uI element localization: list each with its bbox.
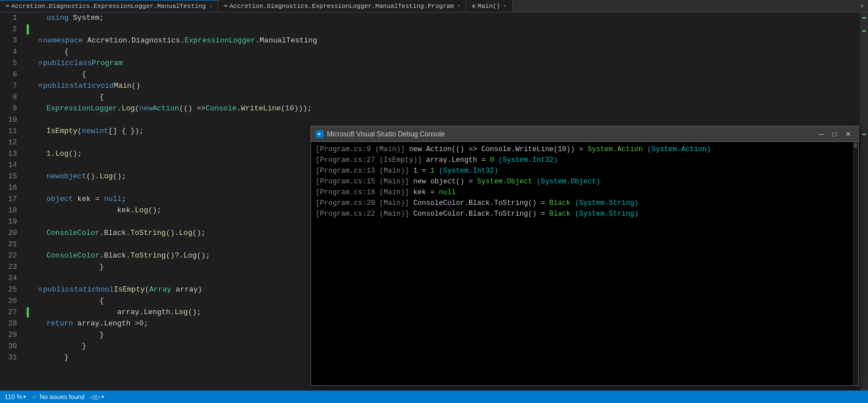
debug-console: ▶ Microsoft Visual Studio Debug Console … [310, 126, 859, 386]
title-bar-right: + [860, 2, 868, 11]
line-number: 21 [6, 239, 17, 250]
console-window-buttons: ─ □ ✕ [815, 130, 854, 138]
gutter-line [23, 307, 33, 318]
line-number: 23 [6, 261, 17, 273]
console-icon: ▶ [316, 130, 324, 138]
gutter-line [23, 352, 33, 363]
gutter-line [23, 250, 33, 261]
gutter-line [23, 35, 33, 46]
tab1-label: Accretion.Diagnostics.ExpressionLogger.M… [11, 3, 206, 10]
line-number: 25 [6, 284, 17, 295]
line-number: 28 [6, 318, 17, 329]
gutter-line [23, 318, 33, 329]
console-output: [Program.cs:9 (Main)] new Action(() => C… [311, 142, 853, 385]
gutter-line [23, 171, 33, 182]
title-bar: ⌨ Accretion.Diagnostics.ExpressionLogger… [0, 0, 868, 12]
tab-3[interactable]: ⊕ Main() ▾ [466, 0, 512, 12]
table-row [39, 114, 854, 126]
line-number: 18 [6, 205, 17, 216]
gutter-line [23, 148, 33, 160]
console-scrollbar[interactable] [853, 142, 858, 385]
list-item: [Program.cs:20 (Main)] ConsoleColor.Blac… [316, 198, 848, 209]
collapse-icon[interactable]: ⊟ [39, 35, 42, 46]
nav-prev-button[interactable]: ◁ [90, 393, 95, 401]
tab-2[interactable]: ⌨ Accretion.Diagnostics.ExpressionLogger… [218, 0, 466, 12]
line-number: 17 [6, 194, 17, 205]
gutter-line [23, 80, 33, 92]
line-number: 24 [6, 273, 17, 284]
gutter-line [23, 273, 33, 284]
tab2-dropdown[interactable]: ▾ [457, 3, 460, 8]
gutter-line [23, 194, 33, 205]
table-row [39, 24, 854, 35]
line-number: 19 [6, 216, 17, 228]
line-number: 14 [6, 160, 17, 171]
line-number: 22 [6, 250, 17, 261]
check-icon: ✓ [32, 393, 37, 401]
nav-dropdown-button[interactable]: ▾ [101, 394, 104, 400]
tab-1[interactable]: ⌨ Accretion.Diagnostics.ExpressionLogger… [0, 0, 218, 12]
gutter-line [23, 69, 33, 80]
gutter-line [23, 341, 33, 352]
console-title-bar: ▶ Microsoft Visual Studio Debug Console … [311, 126, 858, 142]
nav-next-button[interactable]: ▷ [96, 393, 100, 401]
collapse-icon[interactable]: ⊟ [39, 284, 42, 295]
line-number: 1 [6, 12, 17, 24]
gutter [23, 12, 33, 391]
line-number: 6 [6, 69, 17, 80]
zoom-dropdown-icon[interactable]: ▾ [23, 394, 26, 400]
line-number: 27 [6, 307, 17, 318]
status-zoom[interactable]: 110 % ▾ [5, 393, 26, 400]
add-tab-button[interactable]: + [860, 2, 865, 11]
gutter-line [23, 24, 33, 35]
status-issues[interactable]: ✓ No issues found [32, 393, 84, 401]
tab2-label: Accretion.Diagnostics.ExpressionLogger.M… [229, 3, 454, 10]
table-row: { [39, 46, 854, 58]
console-minimize-button[interactable]: ─ [815, 130, 827, 138]
status-bar: 110 % ▾ ✓ No issues found ◁ ▷ ▾ [0, 391, 868, 403]
console-close-button[interactable]: ✕ [843, 130, 854, 138]
table-row: ⊟ public static void Main() [39, 80, 854, 92]
line-number: 15 [6, 171, 17, 182]
table-row: using System; [39, 12, 854, 24]
no-issues-label: No issues found [40, 393, 84, 400]
table-row: ExpressionLogger.Log(new Action(() => Co… [39, 103, 854, 114]
scroll-indicator-3 [862, 134, 866, 135]
status-nav-buttons: ◁ ▷ ▾ [90, 393, 104, 401]
gutter-line [23, 228, 33, 239]
list-item: [Program.cs:9 (Main)] new Action(() => C… [316, 144, 848, 155]
tab2-icon: ⌨ [224, 3, 227, 10]
line-number: 4 [6, 46, 17, 58]
line-number: 3 [6, 35, 17, 46]
collapse-icon[interactable]: ⊟ [39, 58, 42, 69]
line-number: 7 [6, 80, 17, 92]
table-row: { [39, 92, 854, 103]
gutter-line [23, 92, 33, 103]
line-number: 20 [6, 228, 17, 239]
list-item: [Program.cs:15 (Main)] new object() = Sy… [316, 177, 848, 187]
editor-container: 1234567891011121314151617181920212223242… [0, 12, 868, 391]
gutter-line [23, 182, 33, 194]
tab3-dropdown[interactable]: ▾ [504, 3, 507, 8]
gutter-line [23, 329, 33, 341]
gutter-line [23, 46, 33, 58]
gutter-line [23, 284, 33, 295]
gutter-line [23, 160, 33, 171]
line-number: 30 [6, 341, 17, 352]
gutter-line [23, 137, 33, 148]
line-number: 9 [6, 103, 17, 114]
list-item: [Program.cs:27 (IsEmpty)] array.Length =… [316, 155, 848, 166]
gutter-line [23, 114, 33, 126]
line-number: 5 [6, 58, 17, 69]
collapse-icon[interactable]: ⊟ [39, 80, 42, 92]
line-number: 12 [6, 137, 17, 148]
tab3-label: Main() [478, 3, 500, 10]
line-number: 10 [6, 114, 17, 126]
list-item: [Program.cs:13 (Main)] 1 = 1 (System.Int… [316, 166, 848, 177]
gutter-line [23, 126, 33, 137]
gutter-line [23, 239, 33, 250]
console-maximize-button[interactable]: □ [829, 130, 840, 138]
list-item: [Program.cs:18 (Main)] kek = null [316, 187, 848, 198]
tab1-dropdown[interactable]: ▾ [209, 4, 212, 9]
line-number: 11 [6, 126, 17, 137]
